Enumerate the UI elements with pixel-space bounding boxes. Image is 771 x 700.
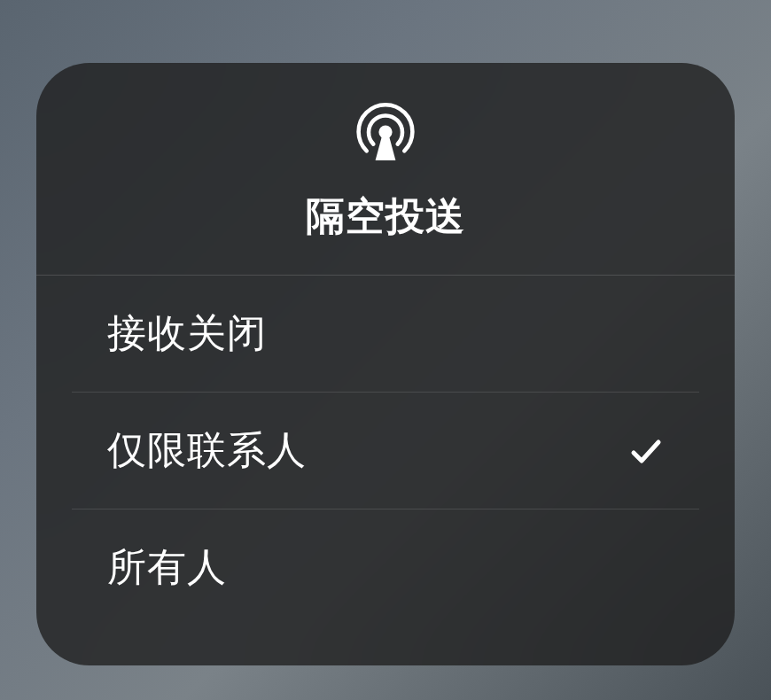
option-receiving-off[interactable]: 接收关闭 <box>72 276 699 393</box>
checkmark-icon <box>628 433 664 469</box>
option-label: 接收关闭 <box>107 307 267 360</box>
option-label: 所有人 <box>107 541 227 594</box>
option-label: 仅限联系人 <box>107 424 307 477</box>
panel-header: 隔空投送 <box>36 63 735 276</box>
airdrop-icon <box>352 98 419 166</box>
panel-title: 隔空投送 <box>306 191 465 243</box>
option-everyone[interactable]: 所有人 <box>72 509 699 626</box>
airdrop-settings-panel: 隔空投送 接收关闭 仅限联系人 所有人 <box>36 63 735 665</box>
option-contacts-only[interactable]: 仅限联系人 <box>72 393 699 509</box>
